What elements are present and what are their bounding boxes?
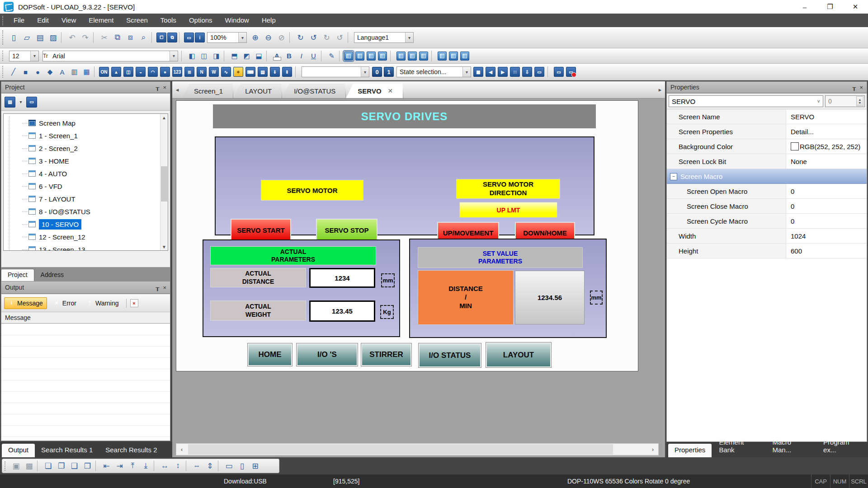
simulation-icon[interactable]: ▭ — [534, 67, 544, 77]
toolbar-icon[interactable] — [295, 66, 298, 77]
zoom-in-icon[interactable]: ⊕ — [249, 32, 261, 44]
close-icon[interactable]: × — [163, 284, 166, 291]
chevron-down-icon[interactable]: ▾ — [405, 33, 413, 42]
tree-item-layout[interactable]: 7 - LAYOUT — [9, 192, 160, 205]
bring-forward-icon[interactable]: ❑ — [68, 460, 80, 472]
close-icon[interactable]: × — [859, 84, 863, 91]
sampling-icon[interactable]: ⇓ — [270, 67, 280, 77]
prop-screen-lock-bit[interactable]: Screen Lock Bit None — [667, 154, 867, 169]
hmi-ios-button[interactable]: I/O 'S — [297, 343, 358, 366]
chevron-down-icon[interactable]: ▾ — [462, 67, 471, 77]
hmi-io-status-button[interactable]: I/O STATUS — [419, 343, 481, 367]
element-selector[interactable]: SERVO ˅ — [669, 95, 823, 107]
scroll-up-icon[interactable]: ▲ — [160, 114, 168, 121]
screen-tab-io-status[interactable]: I/O@STATUS — [282, 84, 346, 98]
hmi-set-value-display[interactable]: 1234.56 — [515, 271, 585, 324]
screen-tab-layout[interactable]: LAYOUT — [233, 84, 282, 98]
prop-screen-properties[interactable]: Screen Properties Detail... — [667, 124, 867, 139]
button-on-icon[interactable]: ON — [99, 67, 109, 77]
cut-icon[interactable]: ✂ — [98, 32, 110, 44]
send-backward-icon[interactable]: ❒ — [81, 460, 94, 472]
align-bottom-icon[interactable]: ⤓ — [140, 460, 152, 472]
hmi-actual-distance-label[interactable]: ACTUAL DISTANCE — [210, 268, 306, 287]
draw-line-icon[interactable]: ╱ — [8, 66, 19, 78]
menu-item[interactable]: Tools — [154, 14, 183, 27]
same-size-icon[interactable]: ⊞ — [249, 460, 261, 472]
prop-screen-open-macro[interactable]: Screen Open Macro 0 — [667, 184, 867, 199]
tree-item-screen-2[interactable]: 2 - Screen_2 — [9, 142, 160, 155]
save-icon[interactable]: ▤ — [34, 32, 46, 44]
tab-output[interactable]: Output — [2, 444, 35, 457]
style-icon[interactable] — [390, 51, 393, 61]
hmi-servo-motor-direction-label[interactable]: SERVO MOTOR DIRECTION — [456, 179, 560, 199]
grid-snap-icon[interactable]: ∷ — [510, 67, 520, 77]
menu-item[interactable]: View — [55, 14, 82, 27]
hmi-actual-parameters-panel[interactable]: ACTUAL PARAMETERS ACTUAL DISTANCE 1234 m… — [203, 239, 400, 337]
tree-item-vfd[interactable]: 6 - VFD — [9, 180, 160, 192]
open-file-icon[interactable]: ▱ — [21, 32, 33, 44]
chevron-down-icon[interactable]: ˅ — [817, 99, 823, 104]
menu-item[interactable]: Element — [82, 14, 120, 27]
tank-icon[interactable]: ◒ — [136, 67, 146, 77]
toolbar-icon[interactable] — [321, 51, 324, 61]
style-icon[interactable] — [431, 51, 434, 61]
hmi-distance-min-label[interactable]: DISTANCE / MIN — [418, 270, 514, 325]
numeric-entry-icon[interactable]: N — [197, 67, 207, 77]
same-height-icon[interactable]: ▯ — [236, 460, 248, 472]
next-screen-icon[interactable]: ▶ — [498, 67, 508, 77]
scrollbar-thumb[interactable] — [161, 166, 167, 202]
toolbar-icon[interactable] — [151, 32, 155, 43]
message-filter-button[interactable]: i Message — [4, 297, 47, 309]
pin-icon[interactable]: ┰ — [853, 84, 856, 91]
keypad-icon[interactable]: ⌨ — [245, 67, 255, 77]
project-tree-scrollbar[interactable]: ▲ ▼ — [160, 114, 168, 250]
close-icon[interactable]: × — [163, 84, 166, 91]
rotate-right-icon[interactable]: ↻ — [294, 32, 307, 44]
zoom-reset-icon[interactable]: ⊘ — [275, 32, 288, 44]
screen-manager-icon[interactable]: ⧠ — [156, 33, 166, 42]
rotate-left-disabled-icon[interactable]: ↺ — [334, 32, 346, 44]
tab-program-explorer[interactable]: Program ex... — [817, 436, 868, 457]
undo-icon[interactable]: ↶ — [66, 32, 78, 44]
ungroup-icon[interactable]: ▩ — [23, 460, 35, 472]
hmi-set-value-panel[interactable]: SET VALUE PARAMETERS DISTANCE / MIN 1234… — [409, 239, 607, 338]
chevron-down-icon[interactable]: ▾ — [170, 51, 178, 61]
size-large-icon[interactable] — [460, 52, 469, 61]
screen-list-icon[interactable]: ▤ — [5, 97, 15, 108]
state-1-button[interactable]: 1 — [384, 67, 394, 77]
tree-item-servo[interactable]: 10 - SERVO — [9, 218, 160, 230]
send-to-back-icon[interactable]: ❐ — [55, 460, 67, 472]
align-text-right-icon[interactable]: ◨ — [211, 50, 222, 61]
toolbar-icon[interactable] — [266, 51, 269, 61]
chevron-down-icon[interactable]: ▾ — [18, 96, 24, 108]
prev-screen-icon[interactable]: ◀ — [486, 67, 495, 77]
info-icon[interactable]: i — [195, 33, 205, 42]
screen-preview-icon[interactable]: ▭ — [26, 97, 37, 108]
underline-icon[interactable]: U — [308, 50, 319, 61]
tab-address[interactable]: Address — [34, 269, 70, 281]
paste-icon[interactable]: ⧈ — [124, 32, 137, 44]
tab-properties[interactable]: Properties — [668, 444, 712, 457]
online-simulation-icon[interactable]: ▭ — [554, 67, 564, 77]
tree-item-auto[interactable]: 4 - AUTO — [9, 167, 160, 180]
hmi-actual-weight-unit[interactable]: Kg — [380, 305, 394, 319]
position-left-icon[interactable] — [396, 52, 406, 61]
align-top-icon[interactable]: ⤒ — [127, 460, 139, 472]
chevron-down-icon[interactable]: ▾ — [30, 51, 38, 61]
screen-tab-servo[interactable]: SERVO ✕ — [346, 84, 403, 98]
space-down-icon[interactable]: ⇕ — [204, 460, 216, 472]
zoom-out-icon[interactable]: ⊖ — [262, 32, 274, 44]
save-all-icon[interactable]: ▨ — [47, 32, 59, 44]
tree-item-screen-12[interactable]: 12 - Screen_12 — [9, 230, 160, 243]
hmi-set-value-unit[interactable]: mm — [590, 291, 603, 305]
tab-scroll-right-icon[interactable]: ▸ — [655, 81, 665, 98]
toolbar-icon[interactable] — [94, 66, 97, 77]
toolbar-icon[interactable] — [154, 460, 157, 471]
toolbar-icon[interactable] — [547, 66, 551, 77]
state-0-button[interactable]: 0 — [372, 67, 382, 77]
align-text-center-icon[interactable]: ◫ — [198, 50, 210, 61]
toolbar-icon[interactable] — [93, 32, 96, 43]
draw-ellipse-icon[interactable]: ● — [32, 66, 43, 78]
scroll-element-icon[interactable]: ⇕ — [282, 67, 292, 77]
meter-round-icon[interactable]: ● — [160, 67, 170, 77]
